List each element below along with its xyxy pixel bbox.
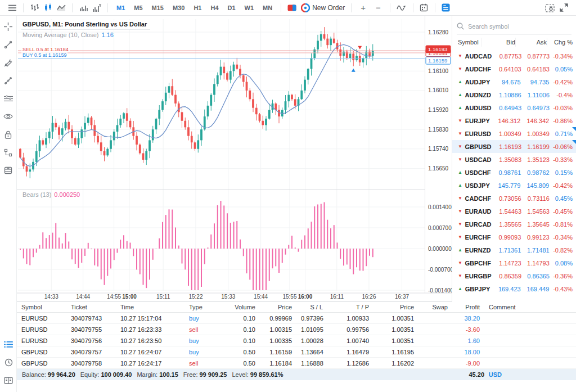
zoom-in-button[interactable]: + [356,3,371,12]
market-watch-row-gbpchf[interactable]: ▼GBPCHF1.147231.147930.08% [452,256,576,269]
chart-line-button[interactable] [55,1,68,15]
lock-tool[interactable] [1,127,16,142]
objects-panel-button[interactable] [439,1,453,15]
market-watch-row-cadchf[interactable]: ▼CADCHF0.730560.731160.45% [452,192,576,205]
new-order-button[interactable]: New Order [299,1,347,15]
position-row-304079758[interactable]: GBPUSD30407975810.27 16:24:17sell0.501.1… [17,358,576,369]
zoom-out-button[interactable]: − [371,3,386,12]
timeframe-w1[interactable]: W1 [240,1,259,15]
timeframe-h4[interactable]: H4 [206,1,223,15]
position-row-304079743[interactable]: EURUSD30407974310.27 15:17:04buy0.100.99… [17,313,576,324]
trade-tab[interactable] [1,337,16,352]
trendline-tool[interactable] [1,37,16,52]
market-watch-row-eurgbp[interactable]: ▼EURGBP0.863590.86365-0.36% [452,269,576,282]
trade-list-icon [4,341,13,348]
chart-panel[interactable]: GBPUSD, M1: Pound Sterling vs US Dollar … [17,16,452,302]
screenshot-button[interactable] [543,1,557,15]
delete-objects-tool[interactable] [1,163,16,178]
market-watch-row-audcad[interactable]: ▼AUDCAD0.877530.87773-0.34% [452,49,576,62]
visibility-tool[interactable] [1,109,16,124]
symbol-name: EURAUD [465,208,491,215]
timeframe-m30[interactable]: M30 [168,1,189,15]
col-bid[interactable]: Bid [482,38,515,47]
search-symbol-input[interactable] [468,23,558,30]
objects-tree-tool[interactable] [1,145,16,160]
positions-col-comment[interactable]: Comment [484,304,576,310]
indicators-button[interactable] [394,1,409,15]
market-watch-row-audnzd[interactable]: ▲AUDNZD1.108861.11006-0.4% [452,88,576,101]
positions-col-profit[interactable]: Profit [452,304,484,310]
market-watch-row-eurusd[interactable]: ▼EURUSD1.003491.003490.71% [452,127,576,140]
position-row-304079755[interactable]: EURUSD30407975510.27 16:23:33sell0.101.0… [17,324,576,335]
levels-tool[interactable] [1,91,16,106]
market-watch-row-audusd[interactable]: ▲AUDUSD0.649430.64973-0.03% [452,101,576,114]
timeframe-m5[interactable]: M5 [129,1,147,15]
bid-value: 1.14723 [491,260,521,267]
market-watch-row-usdjpy[interactable]: ▲USDJPY145.779145.809-0.42% [452,179,576,192]
history-clock-icon [4,358,13,367]
bid-value: 94.675 [490,79,520,85]
market-watch-row-gbpusd[interactable]: ▼GBPUSD1.161931.16199-0.06% [452,140,576,153]
market-depth-button[interactable] [285,1,299,15]
chg-value: -0.03% [550,105,573,111]
col-symbol[interactable]: Symbol [458,39,482,46]
symbol-search[interactable] [457,18,572,35]
timeframe-h1[interactable]: H1 [189,1,206,15]
positions-col-tp[interactable]: T / P [327,304,374,310]
position-row-304079757[interactable]: GBPUSD30407975710.27 16:24:07buy0.501.16… [17,346,576,358]
ask-value: 1.00349 [521,130,550,137]
chart-candles-button[interactable] [41,1,55,15]
position-type: buy [184,349,230,355]
positions-col-price[interactable]: Price [374,304,418,310]
tick-volumes-button[interactable] [90,1,104,15]
positions-col-sl[interactable]: S / L [296,304,327,310]
position-volume: 0.50 [230,360,260,367]
fullscreen-button[interactable] [557,1,570,15]
symbol-name: EURCAD [465,221,491,228]
timeframe-m15[interactable]: M15 [147,1,168,15]
channel-tool[interactable] [1,55,16,70]
positions-col-type[interactable]: Type [184,304,230,310]
position-symbol: GBPUSD [17,349,66,355]
menu-button[interactable] [6,1,19,15]
ask-value: 1.54563 [521,208,550,215]
market-watch-row-eurchf[interactable]: ▼EURCHF0.990930.99123-0.34% [452,231,576,244]
timeframe-m1[interactable]: M1 [112,1,129,15]
lock-icon [4,130,12,139]
volumes-button[interactable] [76,1,90,15]
positions-col-symbol[interactable]: Symbol [17,304,66,310]
price-down-icon: ▼ [458,131,465,136]
position-row-304079756[interactable]: EURUSD30407975610.27 16:23:50buy0.101.00… [17,335,576,346]
journal-tab[interactable] [1,373,16,388]
position-tp: 0.99756 [327,326,374,333]
polyline-tool[interactable] [1,73,16,88]
market-watch-row-audchf[interactable]: ▼AUDCHF0.641030.641830.05% [452,62,576,75]
market-watch-row-gbpjpy[interactable]: ▲GBPJPY169.423169.449-0.43% [452,282,576,295]
market-watch-row-eurcad[interactable]: ▼EURCAD1.355651.35645-0.81% [452,218,576,231]
history-tab[interactable] [1,355,16,370]
calendar-button[interactable] [417,1,431,15]
col-chg[interactable]: Chg % [547,38,573,47]
timeframe-d1[interactable]: D1 [223,1,240,15]
new-order-icon [301,3,310,12]
market-watch-row-eurnzd[interactable]: ▲EURNZD1.713611.71481-0.82% [452,244,576,256]
market-watch-row-euraud[interactable]: ▼EURAUD1.544631.54563-0.45% [452,205,576,218]
market-watch-row-usdcad[interactable]: ▼USDCAD1.350831.35123-0.33% [452,153,576,166]
account-equity: Equity:100 009.40 [80,371,132,378]
market-watch-row-audjpy[interactable]: ▲AUDJPY94.67594.735-0.42% [452,75,576,88]
positions-col-ticket[interactable]: Ticket [66,304,116,310]
price-chart[interactable]: 14:3314:4414:5515:0015:1115:2215:3315:44… [17,16,452,302]
positions-col-time[interactable]: Time [116,304,184,310]
price-up-icon: ▲ [458,79,465,84]
market-watch-row-usdchf[interactable]: ▲USDCHF0.987610.987620.15% [452,166,576,179]
chart-bars-button[interactable] [28,1,41,15]
timeframe-mn[interactable]: MN [258,1,277,15]
price-up-icon: ▲ [458,170,465,175]
bid-value: 0.64943 [492,105,522,111]
positions-col-price[interactable]: Price [260,304,296,310]
market-watch-row-eurjpy[interactable]: ▼EURJPY146.312146.342-0.86% [452,114,576,127]
crosshair-tool[interactable] [1,19,16,34]
positions-col-volume[interactable]: Volume [230,304,260,310]
col-ask[interactable]: Ask [515,38,547,47]
positions-col-swap[interactable]: Swap [418,304,452,310]
